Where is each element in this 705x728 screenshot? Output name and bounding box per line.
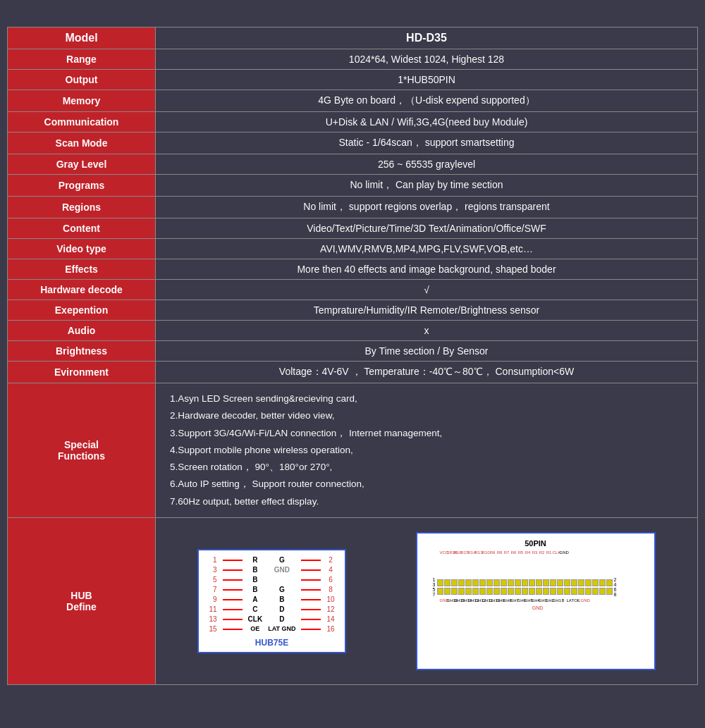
- row-label: Effects: [8, 259, 156, 280]
- table-row: Gray Level256 ~ 65535 graylevel: [8, 154, 698, 175]
- row-value: √: [156, 280, 698, 300]
- table-row: Audiox: [8, 321, 698, 341]
- special-functions-label: SpecialFunctions: [8, 383, 156, 518]
- special-function-item: 7.60Hz output, better effect display.: [170, 493, 683, 510]
- special-function-item: 1.Asyn LED Screen sending&recieving card…: [170, 390, 683, 407]
- table-row: Memory4G Byte on board，（U-disk expend su…: [8, 90, 698, 112]
- hub75-inner: 1 R G 2 3 B: [197, 549, 345, 653]
- right-nums: 2468: [613, 577, 627, 597]
- row-value: No limit， Can play by time section: [156, 175, 698, 197]
- row-label: Video type: [8, 239, 156, 259]
- bottom-gnd: GND: [427, 605, 649, 610]
- table-row: Scan ModeStatic - 1/64scan， support smar…: [8, 132, 698, 154]
- special-functions-row: SpecialFunctions 1.Asyn LED Screen sendi…: [8, 383, 698, 518]
- special-function-item: 5.Screen rotation， 90°、180°or 270°,: [170, 459, 683, 476]
- pin-row: 15 OE LAT GND 16: [206, 624, 337, 634]
- pin-row: 5 B 6: [206, 574, 337, 584]
- hub-diagrams: 1 R G 2 3 B: [163, 525, 690, 677]
- pin-row: 7 B G 8: [206, 584, 337, 594]
- pin-row: 11 C D 12: [206, 604, 337, 614]
- table-row: ExepentionTemprature/Humidity/IR Remoter…: [8, 300, 698, 321]
- pin-row: 1 R G 2: [206, 555, 337, 564]
- hub-define-label: HUBDefine: [8, 518, 156, 685]
- table-row: Range1024*64, Widest 1024, Highest 128: [8, 49, 698, 70]
- table-row: Output1*HUB50PIN: [8, 70, 698, 90]
- row-label: Brightness: [8, 341, 156, 362]
- special-function-item: 6.Auto IP setting， Support router connec…: [170, 476, 683, 493]
- row-label: Scan Mode: [8, 132, 156, 154]
- left-nums: 1357: [423, 577, 437, 597]
- main-container: ModelHD-D35Range1024*64, Widest 1024, Hi…: [7, 7, 698, 685]
- row-label: Range: [8, 49, 156, 70]
- row-label: Memory: [8, 90, 156, 112]
- table-row: EffectsMore then 40 effects and image ba…: [8, 259, 698, 280]
- row-label: Output: [8, 70, 156, 90]
- row-value: 4G Byte on board，（U-disk expend supporte…: [156, 90, 698, 112]
- pin50-title: 50PIN: [423, 539, 649, 548]
- row-label: Evironment: [8, 362, 156, 383]
- row-label: Gray Level: [8, 154, 156, 175]
- row-label: Programs: [8, 175, 156, 197]
- pin-row: 9 A B 10: [206, 594, 337, 604]
- row-value: By Time section / By Sensor: [156, 341, 698, 362]
- special-functions-value: 1.Asyn LED Screen sending&recieving card…: [156, 383, 698, 518]
- row-label: Communication: [8, 112, 156, 132]
- row-value: 256 ~ 65535 graylevel: [156, 154, 698, 175]
- top-lines-svg: [440, 555, 581, 576]
- row-value: AVI,WMV,RMVB,MP4,MPG,FLV,SWF,VOB,etc…: [156, 239, 698, 259]
- row-label: Regions: [8, 197, 156, 218]
- hub-define-value: 1 R G 2 3 B: [156, 518, 698, 685]
- table-row: ModelHD-D35: [8, 27, 698, 49]
- row-value: x: [156, 321, 698, 341]
- row-value: 1024*64, Widest 1024, Highest 128: [156, 49, 698, 70]
- row-value: Voltage：4V-6V ， Temperature：-40℃～80℃， Co…: [156, 362, 698, 383]
- row-label: Exepention: [8, 300, 156, 321]
- connector-body-row: 1357: [423, 577, 649, 597]
- row-value: Static - 1/64scan， support smartsetting: [156, 132, 698, 154]
- special-function-item: 4.Support mobile phone wireless operatio…: [170, 442, 683, 459]
- special-function-item: 3.Support 3G/4G/Wi-Fi/LAN connection， In…: [170, 425, 683, 442]
- row-value: No limit， support regions overlap， regio…: [156, 197, 698, 218]
- hub75-label: HUB75E: [206, 638, 337, 648]
- table-row: CommunicationU+Disk & LAN / Wifi,3G,4G(n…: [8, 112, 698, 132]
- table-row: Hardware decode√: [8, 280, 698, 300]
- row-label: Content: [8, 218, 156, 239]
- page-title: [7, 7, 698, 27]
- hub75-pin-table: 1 R G 2 3 B: [206, 555, 337, 634]
- row-label: Audio: [8, 321, 156, 341]
- yellow-slots: [437, 579, 613, 595]
- hub75-diagram: 1 R G 2 3 B: [197, 549, 345, 653]
- table-row: ContentVideo/Text/Picture/Time/3D Text/A…: [8, 218, 698, 239]
- table-row: BrightnessBy Time section / By Sensor: [8, 341, 698, 362]
- pin50-content: VCC SR16 R16 R15 R14 R13 R10 R9 R8 R7 R6: [423, 550, 649, 663]
- row-value: Video/Text/Picture/Time/3D Text/Animatio…: [156, 218, 698, 239]
- row-label: Hardware decode: [8, 280, 156, 300]
- special-function-item: 2.Hardware decoder, better video view,: [170, 407, 683, 424]
- table-row: ProgramsNo limit， Can play by time secti…: [8, 175, 698, 197]
- pin-row: 13 CLK D 14: [206, 614, 337, 624]
- pin50-diagram: 50PIN VCC SR16 R16 R15 R14 R13 R10: [416, 532, 656, 670]
- table-row: Video typeAVI,WMV,RMVB,MP4,MPG,FLV,SWF,V…: [8, 239, 698, 259]
- table-row: RegionsNo limit， support regions overlap…: [8, 197, 698, 218]
- table-row: EvironmentVoltage：4V-6V ， Temperature：-4…: [8, 362, 698, 383]
- bottom-pin-labels: GND GH16 GH15 GH14 GH13 GH12 GH11 GH10 G…: [440, 598, 649, 603]
- row-value: 1*HUB50PIN: [156, 70, 698, 90]
- row-value: Temprature/Humidity/IR Remoter/Brightnes…: [156, 300, 698, 321]
- hub-define-row: HUBDefine 1 R G: [8, 518, 698, 685]
- row-value: More then 40 effects and image backgroun…: [156, 259, 698, 280]
- pin-row: 3 B GND 4: [206, 564, 337, 574]
- row-value: U+Disk & LAN / Wifi,3G,4G(need buy Modul…: [156, 112, 698, 132]
- pin-connector-top: [440, 555, 649, 576]
- row-label: Model: [8, 27, 156, 49]
- params-table: ModelHD-D35Range1024*64, Widest 1024, Hi…: [7, 27, 698, 685]
- row-value: HD-D35: [156, 27, 698, 49]
